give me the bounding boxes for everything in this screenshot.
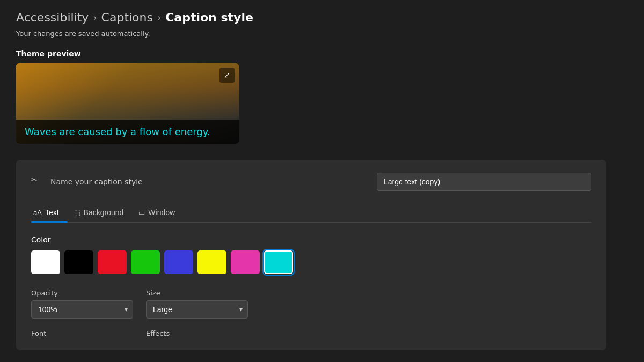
tab-window[interactable]: ▭ Window <box>136 204 184 222</box>
theme-preview-container: ⤢ Waves are caused by a flow of energy. <box>16 63 239 144</box>
opacity-select[interactable]: 100% 75% 50% 25% <box>31 300 133 319</box>
breadcrumb-captions[interactable]: Captions <box>101 11 153 24</box>
tab-background-icon: ⬚ <box>74 209 80 217</box>
size-group: Size Small Medium Large Extra Large ▾ <box>146 289 248 319</box>
auto-save-notice: Your changes are saved automatically. <box>16 29 628 38</box>
tab-background[interactable]: ⬚ Background <box>72 204 133 222</box>
preview-caption-text: Waves are caused by a flow of energy. <box>25 126 210 137</box>
opacity-group: Opacity 100% 75% 50% 25% ▾ <box>31 289 133 319</box>
size-label: Size <box>146 289 248 297</box>
color-swatch-blue[interactable] <box>164 250 193 274</box>
preview-caption-bar: Waves are caused by a flow of energy. <box>16 120 239 144</box>
style-name-label: Name your caption style <box>50 178 370 186</box>
opacity-dropdown-wrapper: 100% 75% 50% 25% ▾ <box>31 300 133 319</box>
tab-window-icon: ▭ <box>138 209 145 217</box>
tab-text[interactable]: aA Text <box>31 204 68 222</box>
effects-label: Effects <box>146 329 248 337</box>
style-editor-panel: ✂ Name your caption style aA Text ⬚ Back… <box>16 160 606 350</box>
color-swatch-cyan[interactable] <box>264 250 293 274</box>
color-swatch-red[interactable] <box>98 250 127 274</box>
tabs-row: aA Text ⬚ Background ▭ Window <box>31 204 591 223</box>
color-swatches <box>31 250 591 274</box>
breadcrumb-sep-2: › <box>157 12 161 23</box>
theme-preview-section: Theme preview ⤢ Waves are caused by a fl… <box>16 49 628 144</box>
color-swatch-white[interactable] <box>31 250 60 274</box>
color-label: Color <box>31 235 591 244</box>
style-name-row: ✂ Name your caption style <box>31 173 591 191</box>
color-swatch-green[interactable] <box>131 250 160 274</box>
preview-expand-button[interactable]: ⤢ <box>219 68 235 83</box>
breadcrumb-caption-style: Caption style <box>165 11 253 24</box>
tab-background-label: Background <box>84 208 124 217</box>
size-dropdown-wrapper: Small Medium Large Extra Large ▾ <box>146 300 248 319</box>
style-name-input[interactable] <box>377 173 591 191</box>
breadcrumb-sep-1: › <box>93 12 97 23</box>
breadcrumb-accessibility[interactable]: Accessibility <box>16 11 89 24</box>
tab-text-icon: aA <box>33 209 42 217</box>
opacity-label: Opacity <box>31 289 133 297</box>
scissors-icon: ✂ <box>31 175 44 188</box>
dropdowns-row: Opacity 100% 75% 50% 25% ▾ Size Small Me… <box>31 289 591 319</box>
color-swatch-yellow[interactable] <box>197 250 226 274</box>
font-label: Font <box>31 329 133 337</box>
color-swatch-black[interactable] <box>64 250 93 274</box>
tab-window-label: Window <box>148 208 175 217</box>
size-select[interactable]: Small Medium Large Extra Large <box>146 300 248 319</box>
tab-text-label: Text <box>45 208 59 217</box>
breadcrumb: Accessibility › Captions › Caption style <box>16 11 628 24</box>
expand-icon: ⤢ <box>224 71 230 79</box>
bottom-labels-row: Font Effects <box>31 329 591 337</box>
color-swatch-magenta[interactable] <box>231 250 260 274</box>
theme-preview-title: Theme preview <box>16 49 628 58</box>
